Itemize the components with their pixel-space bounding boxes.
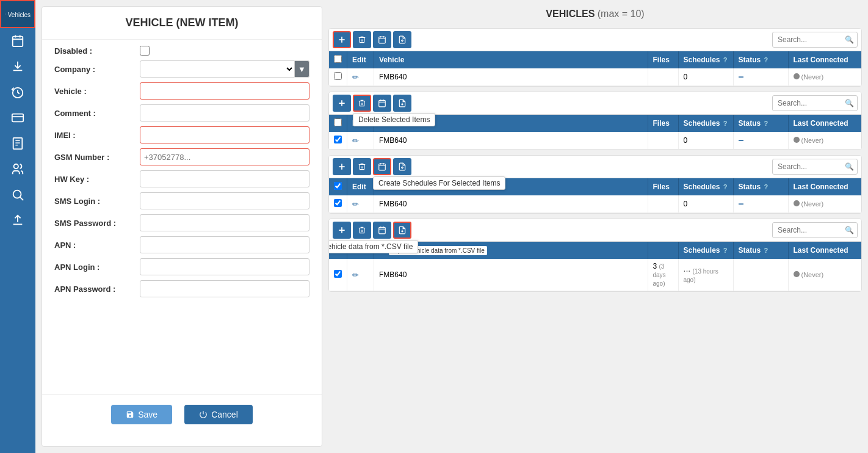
sidebar-item-label: Vehicles xyxy=(8,12,31,18)
row-files-1-1 xyxy=(648,68,678,86)
calendar-icon xyxy=(11,34,24,48)
th-files-4 xyxy=(648,242,678,259)
sidebar-item-report[interactable] xyxy=(0,131,35,156)
row-comment: Comment : xyxy=(54,104,309,121)
row-check-4-1[interactable] xyxy=(334,270,342,278)
label-gsm: GSM Number : xyxy=(54,153,140,162)
schedule-btn-4[interactable] xyxy=(373,222,391,239)
vehicles-panel-4: Import vehicle data from *.CSV file 🔍 Ed… xyxy=(328,219,862,292)
tooltip-schedule: Create Schedules For Selected Items xyxy=(373,176,505,190)
vehicles-panel-1: 🔍 Edit Vehicle Files Schedules ? Status … xyxy=(328,28,862,87)
row-schedules-dots-4-1: ··· xyxy=(684,266,691,275)
schedule-btn-1[interactable] xyxy=(373,31,391,48)
row-schedules-3-1: 0 xyxy=(678,195,733,213)
input-disabled[interactable] xyxy=(140,46,150,56)
row-status-2-1: – xyxy=(739,135,744,145)
delete-btn-3[interactable] xyxy=(353,158,371,175)
import-icon-2 xyxy=(398,99,407,107)
sidebar-item-card[interactable] xyxy=(0,105,35,131)
check-all-3[interactable] xyxy=(334,182,342,190)
th-schedules-2: Schedules ? xyxy=(678,115,733,132)
cancel-icon xyxy=(199,410,208,419)
sidebar-item-calendar[interactable] xyxy=(0,28,35,54)
input-comment[interactable] xyxy=(140,104,309,121)
import-icon-1 xyxy=(398,35,407,44)
row-check-1-1[interactable] xyxy=(334,72,342,80)
import-btn-wrap-4: Import vehicle data from *.CSV file xyxy=(393,222,411,239)
row-sms-login: SMS Login : xyxy=(54,192,309,209)
add-btn-1[interactable] xyxy=(333,31,351,48)
import-btn-1[interactable] xyxy=(393,31,411,48)
calendar-icon-4 xyxy=(378,226,386,234)
save-button[interactable]: Save xyxy=(111,405,172,424)
input-apn[interactable] xyxy=(140,236,309,253)
delete-btn-1[interactable] xyxy=(353,31,371,48)
sidebar-item-search[interactable] xyxy=(0,182,35,208)
th-edit-1: Edit xyxy=(347,51,374,68)
th-lastconn-3: Last Connected xyxy=(788,178,861,195)
delete-btn-2[interactable] xyxy=(353,95,371,112)
plus-icon-2 xyxy=(338,99,346,107)
import-btn-2[interactable] xyxy=(393,95,411,112)
input-sms-password[interactable] xyxy=(140,214,309,231)
row-lastconn-2-1: (Never) xyxy=(801,137,824,144)
row-check-3-1[interactable] xyxy=(334,199,342,207)
input-imei[interactable] xyxy=(140,126,309,143)
row-edit-3-1[interactable]: ✏ xyxy=(352,200,359,209)
add-btn-2[interactable] xyxy=(333,95,351,112)
toolbar-2: Delete Selected Items 🔍 xyxy=(329,92,861,115)
input-vehicle[interactable] xyxy=(140,82,309,100)
row-status-4-1 xyxy=(733,259,788,291)
help-schedules-1: ? xyxy=(723,56,728,63)
cancel-button[interactable]: Cancel xyxy=(184,405,253,424)
input-apn-login[interactable] xyxy=(140,258,309,275)
check-all-2[interactable] xyxy=(334,118,342,126)
row-vehicle: Vehicle : xyxy=(54,82,309,100)
th-edit-3: Edit xyxy=(347,178,374,195)
sidebar-item-download[interactable] xyxy=(0,54,35,79)
label-company: Company : xyxy=(54,65,140,74)
row-files-2-1 xyxy=(648,132,678,150)
input-hwkey[interactable] xyxy=(140,170,309,187)
th-files-3: Files xyxy=(648,178,678,195)
table-1: Edit Vehicle Files Schedules ? Status ? … xyxy=(329,51,861,86)
input-apn-password[interactable] xyxy=(140,280,309,297)
th-lastconn-4: Last Connected xyxy=(788,242,861,259)
tooltip-import: Import vehicle data from *.CSV file xyxy=(328,240,418,253)
add-btn-3[interactable] xyxy=(333,158,351,175)
input-sms-login[interactable] xyxy=(140,192,309,209)
sidebar-item-vehicles[interactable]: Vehicles xyxy=(0,0,35,28)
schedule-btn-3[interactable] xyxy=(373,158,391,175)
plus-icon-3 xyxy=(338,162,346,171)
row-edit-1-1[interactable]: ✏ xyxy=(352,73,359,82)
svg-point-10 xyxy=(14,164,18,169)
sidebar-item-users[interactable] xyxy=(0,156,35,182)
tooltip-delete: Delete Selected Items xyxy=(353,113,435,126)
sidebar-item-history[interactable] xyxy=(0,79,35,105)
schedule-btn-2[interactable] xyxy=(373,95,391,112)
row-vehicle-2-1: FMB640 xyxy=(374,132,648,150)
row-edit-4-1[interactable]: ✏ xyxy=(352,270,359,280)
delete-btn-4[interactable] xyxy=(353,222,371,239)
trash-icon-4 xyxy=(358,226,366,234)
check-all-1[interactable] xyxy=(334,55,342,63)
import-btn-3[interactable] xyxy=(393,158,411,175)
th-status-4: Status ? xyxy=(733,242,788,259)
row-schedules-1-1: 0 xyxy=(678,68,733,86)
svg-rect-36 xyxy=(379,227,386,234)
sidebar-item-upload[interactable] xyxy=(0,208,35,233)
input-gsm[interactable] xyxy=(140,148,309,165)
company-select-btn[interactable]: ▼ xyxy=(295,60,309,78)
row-gsm: GSM Number : xyxy=(54,148,309,165)
th-vehicle-1: Vehicle xyxy=(374,51,648,68)
status-dot-4-1 xyxy=(794,271,800,277)
row-apn-login: APN Login : xyxy=(54,258,309,275)
import-btn-4[interactable] xyxy=(393,222,411,239)
select-company[interactable] xyxy=(140,60,295,78)
row-check-2-1[interactable] xyxy=(334,136,342,143)
row-edit-2-1[interactable]: ✏ xyxy=(352,136,359,145)
add-btn-4[interactable] xyxy=(333,222,351,239)
search-icon-2: 🔍 xyxy=(845,99,854,107)
save-icon xyxy=(126,410,134,419)
svg-rect-0 xyxy=(13,37,23,46)
